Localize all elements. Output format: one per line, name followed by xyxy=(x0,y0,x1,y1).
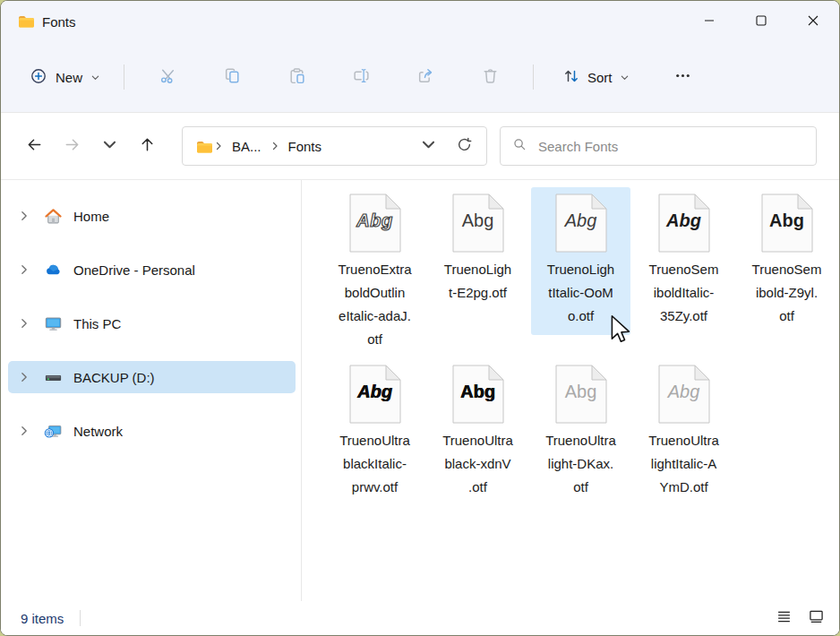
file-list-area: Abg TruenoExtra boldOutlin eItalic-adaJ.… xyxy=(302,180,839,601)
font-preview-glyph: Abg xyxy=(555,382,607,400)
chevron-down-icon xyxy=(90,70,100,85)
breadcrumb-chevron-icon xyxy=(212,142,225,150)
file-item[interactable]: Abg TruenoUltra black-xdnV .otf xyxy=(426,358,529,506)
sidebar-item-label: Network xyxy=(73,424,123,439)
more-options-button[interactable] xyxy=(665,61,701,93)
sidebar-item-label: BACKUP (D:) xyxy=(73,370,155,385)
cut-button[interactable] xyxy=(150,61,185,93)
copy-icon xyxy=(223,66,242,88)
delete-button[interactable] xyxy=(472,61,508,93)
sidebar-item-backup-d[interactable]: BACKUP (D:) xyxy=(8,361,296,393)
recent-locations-button[interactable] xyxy=(90,129,128,163)
address-bar[interactable]: BA... Fonts xyxy=(182,126,487,166)
up-button[interactable] xyxy=(128,129,166,163)
toolbar-separator xyxy=(533,64,534,90)
arrow-up-icon xyxy=(139,136,156,156)
font-file-icon: Abg xyxy=(761,193,813,253)
close-button[interactable] xyxy=(787,1,839,42)
font-preview-glyph: Abg xyxy=(452,382,504,400)
chevron-down-icon xyxy=(420,136,437,156)
refresh-button[interactable] xyxy=(449,132,479,160)
font-preview-glyph: Abg xyxy=(452,211,504,229)
copy-button[interactable] xyxy=(214,61,250,93)
file-name: TruenoSem ibold-Z9yl. otf xyxy=(737,258,836,328)
breadcrumb-drive[interactable]: BA... xyxy=(225,135,269,158)
font-file-icon: Abg xyxy=(349,365,401,424)
file-name: TruenoUltra lightItalic-A YmD.otf xyxy=(634,429,733,499)
file-item[interactable]: Abg TruenoSem iboldItalic- 35Zy.otf xyxy=(632,187,735,358)
title-bar: Fonts xyxy=(1,1,839,42)
paste-button[interactable] xyxy=(279,61,314,93)
file-name: TruenoUltra black-xdnV .otf xyxy=(428,429,527,499)
expand-chevron-icon[interactable] xyxy=(17,372,31,382)
sort-button[interactable]: Sort xyxy=(552,60,640,95)
command-bar: New Sort xyxy=(1,42,839,113)
expand-chevron-icon[interactable] xyxy=(17,318,31,329)
new-button[interactable]: New xyxy=(17,60,113,95)
font-file-icon: Abg xyxy=(349,193,401,253)
font-preview-glyph: Abg xyxy=(349,382,401,400)
font-preview-glyph: Abg xyxy=(761,211,813,229)
font-preview-glyph: Abg xyxy=(349,211,401,229)
sidebar-item-home[interactable]: Home xyxy=(8,200,296,232)
home-icon xyxy=(44,207,63,226)
minimize-button[interactable] xyxy=(683,1,735,42)
sidebar-item-this-pc[interactable]: This PC xyxy=(8,307,296,339)
sidebar-item-label: Home xyxy=(73,209,109,224)
sidebar-item-onedrive[interactable]: OneDrive - Personal xyxy=(8,254,296,286)
file-item[interactable]: Abg TruenoExtra boldOutlin eItalic-adaJ.… xyxy=(323,187,426,358)
new-button-label: New xyxy=(56,70,82,85)
large-icons-view-icon xyxy=(809,609,824,627)
file-explorer-window: Fonts New Sort xyxy=(0,0,840,636)
item-count: 9 items xyxy=(21,611,64,626)
file-item[interactable]: Abg TruenoLigh t-E2pg.otf xyxy=(426,187,529,358)
details-view-icon xyxy=(776,609,792,627)
font-file-icon: Abg xyxy=(658,193,710,253)
font-file-icon: Abg xyxy=(658,365,710,424)
font-file-icon: Abg xyxy=(452,193,504,253)
navigation-bar: BA... Fonts xyxy=(1,113,839,180)
arrow-left-icon xyxy=(26,136,43,156)
back-button[interactable] xyxy=(15,129,53,163)
chevron-down-icon xyxy=(101,136,118,156)
font-preview-glyph: Abg xyxy=(658,382,710,400)
search-box xyxy=(500,126,817,166)
folder-icon xyxy=(195,138,212,155)
refresh-icon xyxy=(456,136,473,156)
window-title: Fonts xyxy=(42,14,76,30)
scissors-icon xyxy=(159,66,177,88)
drive-icon xyxy=(44,368,63,387)
details-view-button[interactable] xyxy=(769,606,798,631)
ellipsis-icon xyxy=(673,66,692,88)
address-dropdown-button[interactable] xyxy=(413,132,443,160)
file-name: TruenoUltra light-DKax. otf xyxy=(531,429,630,499)
paste-icon xyxy=(287,66,306,88)
search-icon xyxy=(511,136,527,156)
share-button[interactable] xyxy=(407,61,443,93)
large-icons-view-button[interactable] xyxy=(801,606,830,631)
expand-chevron-icon[interactable] xyxy=(17,211,31,221)
breadcrumb-folder[interactable]: Fonts xyxy=(281,135,330,158)
forward-button[interactable] xyxy=(53,129,90,163)
file-name: TruenoUltra blackItalic- prwv.otf xyxy=(325,429,424,499)
sidebar: Home OneDrive - Personal This PC BACKUP … xyxy=(1,180,302,601)
file-item[interactable]: Abg TruenoUltra blackItalic- prwv.otf xyxy=(323,358,426,506)
file-item[interactable]: Abg TruenoUltra light-DKax. otf xyxy=(529,358,632,506)
font-preview-glyph: Abg xyxy=(658,211,710,229)
arrow-right-icon xyxy=(64,136,81,156)
minimize-icon xyxy=(704,15,715,29)
file-name: TruenoSem iboldItalic- 35Zy.otf xyxy=(634,258,733,328)
file-name: TruenoLigh t-E2pg.otf xyxy=(428,258,527,305)
expand-chevron-icon[interactable] xyxy=(17,264,31,275)
font-preview-glyph: Abg xyxy=(555,211,607,229)
sidebar-item-network[interactable]: Network xyxy=(8,415,296,447)
trash-icon xyxy=(481,66,500,88)
maximize-button[interactable] xyxy=(735,1,787,42)
file-item[interactable]: Abg TruenoSem ibold-Z9yl. otf xyxy=(735,187,838,358)
file-item[interactable]: Abg TruenoUltra lightItalic-A YmD.otf xyxy=(632,358,735,506)
expand-chevron-icon[interactable] xyxy=(17,425,31,436)
file-item[interactable]: Abg TruenoLigh tItalic-OoM o.otf xyxy=(529,187,632,358)
status-separator xyxy=(80,610,81,626)
search-input[interactable] xyxy=(538,139,805,154)
rename-button[interactable] xyxy=(343,61,379,93)
